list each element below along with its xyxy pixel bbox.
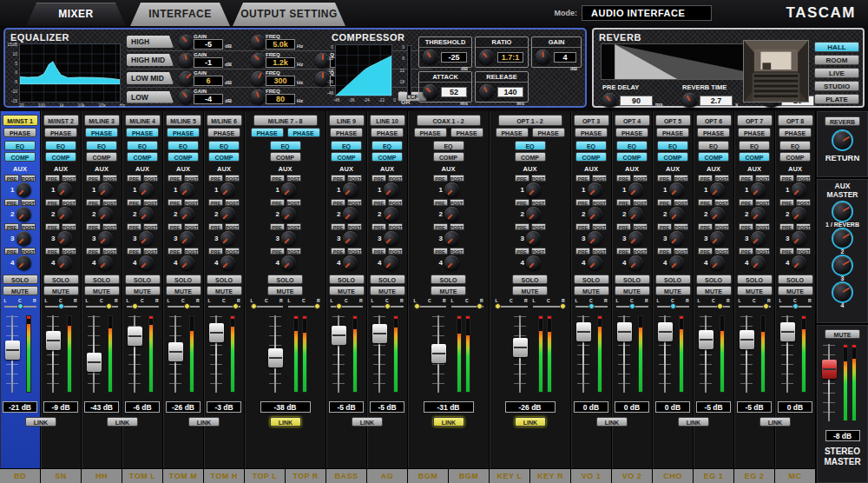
pan-dot[interactable] xyxy=(629,303,635,309)
pre-button[interactable]: PRE xyxy=(86,175,101,182)
mute-button[interactable]: MUTE xyxy=(512,286,548,295)
comp-button[interactable]: COMP xyxy=(4,152,36,162)
pre-button[interactable]: PRE xyxy=(575,223,590,230)
eq-button[interactable]: EQ xyxy=(372,141,403,150)
fader-handle[interactable] xyxy=(740,330,754,349)
mute-button[interactable]: MUTE xyxy=(125,286,161,295)
mute-button[interactable]: MUTE xyxy=(615,286,650,295)
pan-dot[interactable] xyxy=(495,303,501,309)
aux-send-knob-1[interactable] xyxy=(139,182,154,197)
aux-send-knob-3[interactable] xyxy=(710,231,725,246)
aux-send-knob-1[interactable] xyxy=(180,182,194,197)
pan-control[interactable]: LCR xyxy=(695,298,733,311)
solo-button[interactable]: SOLO xyxy=(737,275,773,284)
pre-button[interactable]: PRE xyxy=(779,175,794,182)
post-button[interactable]: POST xyxy=(388,199,403,206)
eq-button[interactable]: EQ xyxy=(779,141,811,150)
aux-send-knob-3[interactable] xyxy=(16,231,31,246)
comp-button[interactable]: COMP xyxy=(331,152,362,162)
mute-button[interactable]: MUTE xyxy=(696,286,732,295)
pan-control[interactable]: LCR xyxy=(530,298,568,311)
aux-send-knob-2[interactable] xyxy=(628,207,643,222)
eq-band-low-button[interactable]: LOW xyxy=(127,91,174,103)
solo-button[interactable]: SOLO xyxy=(370,275,405,284)
post-button[interactable]: POST xyxy=(143,248,158,255)
pan-dot[interactable] xyxy=(670,303,676,309)
pre-button[interactable]: PRE xyxy=(657,199,672,206)
pre-button[interactable]: PRE xyxy=(739,223,753,230)
solo-button[interactable]: SOLO xyxy=(166,275,201,284)
post-button[interactable]: POST xyxy=(674,199,688,206)
threshold-value[interactable]: -25 xyxy=(441,52,467,63)
aux-send-knob-3[interactable] xyxy=(98,231,113,246)
low-freq-value[interactable]: 80 xyxy=(266,94,295,104)
pre-button[interactable]: PRE xyxy=(515,175,529,182)
post-button[interactable]: POST xyxy=(592,175,607,182)
low-gain-knob[interactable] xyxy=(179,89,194,104)
pre-button[interactable]: PRE xyxy=(739,248,753,255)
mute-button[interactable]: MUTE xyxy=(329,286,365,295)
post-button[interactable]: POST xyxy=(674,223,688,230)
eq-button[interactable]: EQ xyxy=(616,141,648,150)
post-button[interactable]: POST xyxy=(21,175,36,182)
channel-input-name[interactable]: M/LINE 5 xyxy=(166,115,201,126)
aux-send-knob-4[interactable] xyxy=(16,255,31,270)
pre-button[interactable]: PRE xyxy=(739,175,753,182)
pre-button[interactable]: PRE xyxy=(515,199,529,206)
post-button[interactable]: POST xyxy=(450,223,464,230)
eq-button[interactable]: EQ xyxy=(657,141,688,150)
post-button[interactable]: POST xyxy=(225,223,240,230)
fader-track[interactable] xyxy=(705,315,707,393)
mute-button[interactable]: MUTE xyxy=(737,286,773,295)
attack-value[interactable]: 52 xyxy=(441,87,467,97)
comp-button[interactable]: COMP xyxy=(779,152,811,162)
pre-button[interactable]: PRE xyxy=(127,223,141,230)
post-button[interactable]: POST xyxy=(62,248,76,255)
eq-band-high-button[interactable]: HIGH xyxy=(127,36,174,48)
reverb-type-room[interactable]: ROOM xyxy=(814,55,859,65)
post-button[interactable]: POST xyxy=(592,199,607,206)
solo-button[interactable]: SOLO xyxy=(615,275,650,284)
post-button[interactable]: POST xyxy=(796,248,811,255)
post-button[interactable]: POST xyxy=(796,175,811,182)
post-button[interactable]: POST xyxy=(714,248,729,255)
channel-input-name[interactable]: COAX 1 - 2 xyxy=(417,115,481,126)
aux-send-knob-4[interactable] xyxy=(220,255,235,270)
aux-send-knob-2[interactable] xyxy=(526,207,541,222)
lowmid-freq-knob[interactable] xyxy=(251,71,266,86)
comp-button[interactable]: COMP xyxy=(168,152,199,162)
aux-send-knob-2[interactable] xyxy=(139,207,154,222)
post-button[interactable]: POST xyxy=(714,199,729,206)
pre-button[interactable]: PRE xyxy=(779,223,794,230)
pan-control[interactable]: LCR xyxy=(736,298,773,311)
pre-button[interactable]: PRE xyxy=(698,175,713,182)
aux-send-knob-2[interactable] xyxy=(220,207,235,222)
post-button[interactable]: POST xyxy=(531,223,546,230)
post-button[interactable]: POST xyxy=(796,199,811,206)
post-button[interactable]: POST xyxy=(450,199,464,206)
pan-dot[interactable] xyxy=(385,303,391,309)
post-button[interactable]: POST xyxy=(674,175,688,182)
pre-button[interactable]: PRE xyxy=(372,175,386,182)
phase-button[interactable]: PHASE xyxy=(287,128,320,137)
pre-button[interactable]: PRE xyxy=(86,248,101,255)
channel-input-name[interactable]: OPT 1 - 2 xyxy=(498,115,562,126)
reverb-return-knob[interactable] xyxy=(833,131,852,149)
ratio-value[interactable]: 1.7:1 xyxy=(497,52,523,63)
aux-send-knob-3[interactable] xyxy=(220,231,235,246)
channel-input-name[interactable]: M/LINE 3 xyxy=(84,115,120,126)
phase-button[interactable]: PHASE xyxy=(414,128,447,137)
post-button[interactable]: POST xyxy=(286,223,301,230)
post-button[interactable]: POST xyxy=(143,223,158,230)
pre-button[interactable]: PRE xyxy=(433,175,448,182)
mute-button[interactable]: MUTE xyxy=(431,286,466,295)
aux-send-knob-1[interactable] xyxy=(628,182,643,197)
eq-button[interactable]: EQ xyxy=(168,141,199,150)
post-button[interactable]: POST xyxy=(633,199,648,206)
pre-button[interactable]: PRE xyxy=(331,175,345,182)
phase-button[interactable]: PHASE xyxy=(738,128,771,137)
aux-send-knob-2[interactable] xyxy=(57,207,72,222)
pre-button[interactable]: PRE xyxy=(779,199,794,206)
post-button[interactable]: POST xyxy=(225,199,240,206)
fader-handle[interactable] xyxy=(780,322,795,341)
